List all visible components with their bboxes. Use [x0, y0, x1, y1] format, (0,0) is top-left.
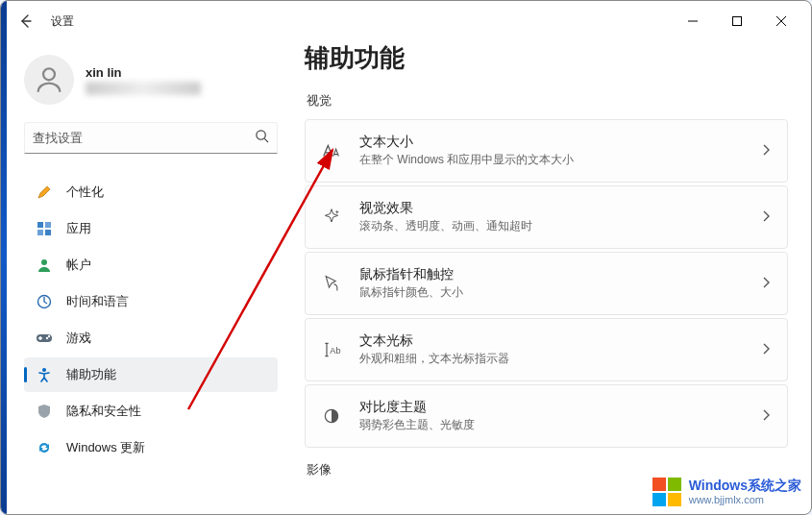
chevron-right-icon — [760, 142, 772, 159]
card-title: 鼠标指针和触控 — [359, 266, 743, 283]
maximize-icon — [732, 16, 742, 26]
chevron-right-icon — [760, 275, 772, 292]
brush-icon — [36, 184, 53, 201]
card-subtitle: 鼠标指针颜色、大小 — [359, 284, 743, 301]
main-content: 辅助功能 视觉 文本大小 在整个 Windows 和应用中显示的文本大小 视觉效… — [289, 41, 811, 514]
card-subtitle: 滚动条、透明度、动画、通知超时 — [359, 218, 743, 234]
text-size-icon — [321, 140, 342, 161]
svg-rect-3 — [37, 222, 43, 228]
app-title: 设置 — [51, 13, 74, 30]
section-visual-label: 视觉 — [307, 92, 788, 110]
search-input[interactable] — [33, 131, 255, 145]
shield-icon — [36, 403, 53, 420]
nav-apps[interactable]: 应用 — [24, 211, 278, 246]
back-button[interactable] — [9, 4, 43, 38]
watermark-brand: Windows系统之家 — [689, 478, 801, 493]
chevron-right-icon — [760, 208, 772, 226]
svg-point-10 — [46, 337, 48, 339]
svg-rect-5 — [37, 230, 43, 235]
nav-personalization[interactable]: 个性化 — [24, 175, 278, 209]
user-info: xin lin — [86, 65, 201, 95]
nav-label: 时间和语言 — [66, 293, 129, 310]
account-icon — [36, 257, 53, 274]
svg-point-11 — [48, 335, 50, 337]
card-mouse-touch[interactable]: 鼠标指针和触控 鼠标指针颜色、大小 — [305, 252, 788, 315]
nav-privacy[interactable]: 隐私和安全性 — [24, 394, 278, 429]
arrow-left-icon — [18, 13, 34, 29]
nav-accounts[interactable]: 帐户 — [24, 248, 278, 282]
svg-point-7 — [41, 259, 47, 265]
user-email-blurred — [86, 82, 201, 95]
card-contrast-themes[interactable]: 对比度主题 弱势彩色主题、光敏度 — [305, 384, 788, 448]
nav-label: 应用 — [66, 220, 91, 237]
left-edge-decoration — [1, 1, 7, 514]
maximize-button[interactable] — [715, 6, 759, 37]
svg-rect-0 — [733, 17, 742, 26]
svg-point-1 — [43, 68, 55, 80]
nav-label: 游戏 — [66, 330, 91, 347]
user-name: xin lin — [86, 65, 201, 80]
close-icon — [776, 16, 786, 26]
nav-gaming[interactable]: 游戏 — [24, 321, 278, 356]
user-profile[interactable]: xin lin — [24, 55, 278, 105]
person-icon — [33, 63, 65, 96]
titlebar: 设置 — [1, 1, 811, 41]
apps-icon — [36, 220, 53, 237]
update-icon — [36, 439, 53, 456]
svg-rect-4 — [45, 222, 51, 228]
nav-time-language[interactable]: 时间和语言 — [24, 284, 278, 319]
nav-label: Windows 更新 — [66, 439, 145, 456]
nav-label: 辅助功能 — [66, 366, 116, 383]
card-title: 视觉效果 — [359, 200, 743, 217]
search-box[interactable] — [24, 122, 278, 154]
chevron-right-icon — [760, 407, 772, 425]
window-controls — [671, 6, 803, 37]
close-button[interactable] — [759, 6, 803, 37]
svg-text:Ab: Ab — [330, 346, 340, 356]
windows-logo-icon — [651, 476, 683, 508]
avatar — [24, 55, 74, 105]
nav-label: 个性化 — [66, 184, 104, 201]
search-icon — [255, 129, 269, 147]
card-subtitle: 在整个 Windows 和应用中显示的文本大小 — [359, 152, 743, 168]
minimize-icon — [688, 16, 698, 26]
page-title: 辅助功能 — [305, 41, 788, 75]
nav-label: 隐私和安全性 — [66, 403, 141, 420]
card-title: 对比度主题 — [359, 399, 743, 416]
nav-windows-update[interactable]: Windows 更新 — [24, 430, 278, 465]
card-title: 文本大小 — [359, 134, 743, 151]
chevron-right-icon — [760, 341, 772, 358]
cursor-icon — [321, 273, 342, 294]
card-subtitle: 弱势彩色主题、光敏度 — [359, 417, 743, 433]
sidebar: xin lin 个性化 应用 帐户 — [1, 41, 289, 514]
card-visual-effects[interactable]: 视觉效果 滚动条、透明度、动画、通知超时 — [305, 185, 788, 249]
card-text-cursor[interactable]: Ab 文本光标 外观和粗细，文本光标指示器 — [305, 318, 788, 381]
accessibility-icon — [36, 366, 53, 383]
svg-point-2 — [257, 131, 265, 139]
text-cursor-icon: Ab — [321, 339, 342, 360]
gamepad-icon — [36, 330, 53, 347]
sparkle-icon — [321, 207, 342, 228]
card-subtitle: 外观和粗细，文本光标指示器 — [359, 351, 743, 367]
card-title: 文本光标 — [359, 332, 743, 350]
minimize-button[interactable] — [671, 6, 715, 37]
svg-point-12 — [42, 368, 46, 372]
nav-label: 帐户 — [66, 257, 91, 274]
contrast-icon — [321, 405, 342, 427]
svg-rect-6 — [45, 230, 51, 235]
clock-globe-icon — [36, 293, 53, 310]
nav-list: 个性化 应用 帐户 时间和语言 游戏 — [24, 175, 278, 465]
nav-accessibility[interactable]: 辅助功能 — [24, 357, 278, 392]
watermark: Windows系统之家 www.bjjmlx.com — [645, 472, 807, 512]
watermark-url: www.bjjmlx.com — [689, 494, 801, 505]
card-text-size[interactable]: 文本大小 在整个 Windows 和应用中显示的文本大小 — [305, 119, 788, 183]
